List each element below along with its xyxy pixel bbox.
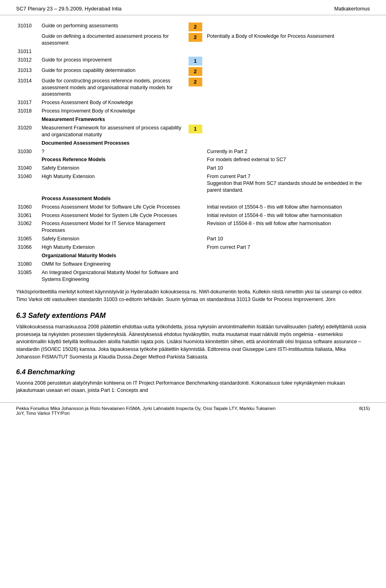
- row-note: [205, 260, 370, 268]
- section-63-title: 6.3 Safety extentions PAM: [16, 311, 370, 320]
- row-id: 31014: [16, 77, 40, 99]
- row-note: [205, 66, 370, 77]
- row-badge: [185, 98, 205, 107]
- row-desc: Process Improvement Body of Knowledge: [40, 107, 185, 115]
- row-desc: An Integrated Organizational Maturity Mo…: [40, 268, 185, 284]
- table-row: 31012 Guide for process improvement 1: [16, 56, 370, 66]
- row-desc: Safety Extension: [40, 235, 185, 243]
- row-desc: Process Assessment Model for IT Service …: [40, 219, 185, 235]
- row-note: [205, 115, 370, 124]
- footer-left: Pekka Forselius Mika Johansson ja Risto …: [16, 406, 275, 416]
- section-63-body: Välikokouksessa marraskuussa 2008 päätet…: [16, 323, 370, 361]
- row-note: [205, 195, 370, 203]
- row-desc: Safety Extension: [40, 164, 185, 172]
- table-row: Organizational Maturity Models: [16, 252, 370, 260]
- header-left: SC7 Plenary 23 – 29.5.2009, Hyderabad In…: [16, 6, 121, 12]
- row-id: 31040: [16, 164, 40, 172]
- row-desc: ?: [40, 148, 185, 156]
- row-desc: Measurement Framework for assessment of …: [40, 124, 185, 139]
- row-note: From currect Part 7: [205, 243, 370, 252]
- row-id: 31066: [16, 243, 40, 252]
- row-id: 31013: [16, 66, 40, 77]
- table-row: Process Reference Models For models defi…: [16, 156, 370, 164]
- row-note: [205, 139, 370, 148]
- row-desc: Process Assessment Model for Software Li…: [40, 203, 185, 211]
- row-id: 31020: [16, 124, 40, 139]
- row-badge: [185, 195, 205, 203]
- main-table: 31010 Guide on performing assessments 2 …: [16, 22, 370, 283]
- row-badge: 2: [185, 32, 205, 47]
- row-id: 31030: [16, 148, 40, 156]
- table-row: Measurement Frameworks: [16, 115, 370, 124]
- table-row: 31040 High Maturity Extension From curre…: [16, 172, 370, 195]
- row-note: [205, 124, 370, 139]
- row-badge: [185, 211, 205, 220]
- row-id: 31060: [16, 203, 40, 211]
- row-badge: [185, 219, 205, 235]
- row-id: 31018: [16, 107, 40, 115]
- row-id: 31085: [16, 268, 40, 284]
- row-badge: [185, 139, 205, 148]
- row-badge: [185, 260, 205, 268]
- row-note: Initial revision of 15504-6 - this will …: [205, 211, 370, 220]
- table-row: 31061 Process Assessment Model for Syste…: [16, 211, 370, 220]
- body-text-1: Ykkösprioriteettilla merkityt kohteet kä…: [16, 288, 370, 303]
- row-note: [205, 268, 370, 284]
- row-note: Initial revision of 15504-5 - this will …: [205, 203, 370, 211]
- table-row: 31080 OMM for Software Engineering: [16, 260, 370, 268]
- row-id: [16, 139, 40, 148]
- row-note: [205, 47, 370, 56]
- row-note: [205, 252, 370, 260]
- row-note: Revision of 15504-8 - this will follow a…: [205, 219, 370, 235]
- page-footer: Pekka Forselius Mika Johansson ja Risto …: [0, 402, 386, 419]
- table-row: 31062 Process Assessment Model for IT Se…: [16, 219, 370, 235]
- row-section-header: Organizational Maturity Models: [40, 252, 185, 260]
- row-id: 31062: [16, 219, 40, 235]
- row-section-header: Process Assessment Models: [40, 195, 185, 203]
- footer-page-number: 8(15): [359, 406, 370, 416]
- row-badge: 1: [185, 56, 205, 66]
- table-row: Process Assessment Models: [16, 195, 370, 203]
- section-64-body: Vuonna 2008 perustetun alatyöryhmän koht…: [16, 379, 370, 395]
- row-desc: Guide for process capability determinati…: [40, 66, 185, 77]
- row-badge: [185, 115, 205, 124]
- row-id: [16, 252, 40, 260]
- row-section-header: Documented Assessment Processes: [40, 139, 185, 148]
- row-badge: [185, 148, 205, 156]
- table-row: 31040 Safety Extension Part 10: [16, 164, 370, 172]
- row-desc: Process Assessment Model for System Life…: [40, 211, 185, 220]
- row-desc: Guide on performing assessments: [40, 22, 185, 32]
- row-badge: [185, 47, 205, 56]
- row-badge: 2: [185, 22, 205, 32]
- row-note: Potentially a Body of Knowledge for Proc…: [205, 32, 370, 47]
- row-badge: [185, 268, 205, 284]
- header-right: Matkakertomus: [334, 6, 370, 12]
- table-row: 31085 An Integrated Organizational Matur…: [16, 268, 370, 284]
- row-desc: Guide for process improvement: [40, 56, 185, 66]
- row-desc: High Maturity Extension: [40, 172, 185, 195]
- table-row: 31011: [16, 47, 370, 56]
- row-badge: [185, 243, 205, 252]
- row-desc: [40, 47, 185, 56]
- table-row: 31018 Process Improvement Body of Knowle…: [16, 107, 370, 115]
- table-row: 31065 Safety Extension Part 10: [16, 235, 370, 243]
- table-row: 31060 Process Assessment Model for Softw…: [16, 203, 370, 211]
- table-row: 31013 Guide for process capability deter…: [16, 66, 370, 77]
- row-badge: 2: [185, 66, 205, 77]
- row-desc: Guide on defining a documented assessmen…: [40, 32, 185, 47]
- row-id: 31012: [16, 56, 40, 66]
- row-desc: Guide for constructing process reference…: [40, 77, 185, 99]
- row-id: [16, 195, 40, 203]
- row-badge: 2: [185, 77, 205, 99]
- row-badge: [185, 164, 205, 172]
- row-id: 31065: [16, 235, 40, 243]
- row-note: [205, 98, 370, 107]
- row-id: 31040: [16, 172, 40, 195]
- row-note: From current Part 7Suggestion that PAM f…: [205, 172, 370, 195]
- row-desc: High Maturity Extension: [40, 243, 185, 252]
- row-badge: [185, 203, 205, 211]
- row-note: [205, 56, 370, 66]
- table-row: 31017 Process Assessment Body of Knowled…: [16, 98, 370, 107]
- row-id: 31010: [16, 22, 40, 32]
- row-note: [205, 22, 370, 32]
